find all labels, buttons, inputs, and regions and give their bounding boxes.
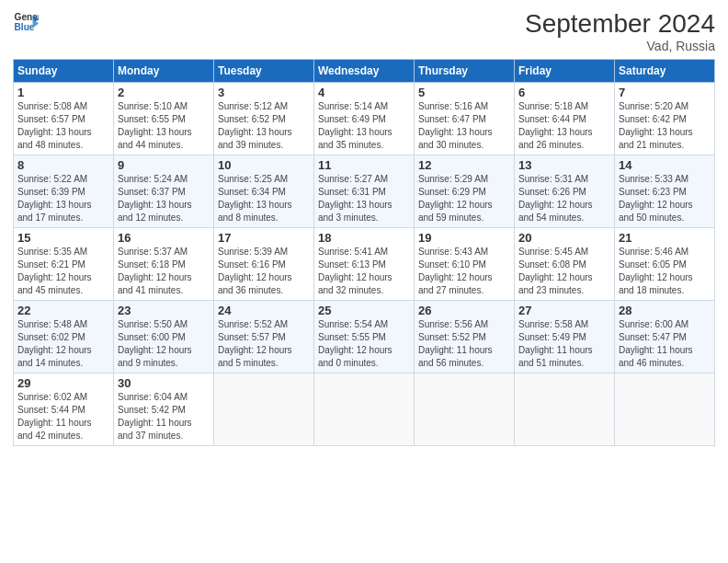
day-info: Sunrise: 5:41 AM Sunset: 6:13 PM Dayligh… — [318, 246, 410, 297]
day-number: 7 — [619, 86, 711, 99]
calendar-cell: 28Sunrise: 6:00 AM Sunset: 5:47 PM Dayli… — [615, 301, 715, 373]
day-number: 22 — [17, 304, 109, 317]
day-info: Sunrise: 5:29 AM Sunset: 6:29 PM Dayligh… — [418, 173, 510, 224]
calendar-cell — [515, 373, 615, 446]
day-number: 19 — [418, 231, 510, 245]
calendar-cell — [415, 373, 515, 446]
calendar-cell: 2Sunrise: 5:10 AM Sunset: 6:55 PM Daylig… — [114, 83, 214, 155]
day-number: 21 — [619, 231, 711, 245]
day-number: 13 — [518, 158, 610, 172]
calendar-cell: 1Sunrise: 5:08 AM Sunset: 6:57 PM Daylig… — [14, 83, 114, 155]
day-info: Sunrise: 5:31 AM Sunset: 6:26 PM Dayligh… — [518, 173, 610, 224]
day-info: Sunrise: 5:46 AM Sunset: 6:05 PM Dayligh… — [619, 246, 711, 297]
calendar-cell: 17Sunrise: 5:39 AM Sunset: 6:16 PM Dayli… — [214, 228, 314, 301]
day-number: 16 — [118, 231, 210, 245]
calendar-cell: 11Sunrise: 5:27 AM Sunset: 6:31 PM Dayli… — [314, 155, 415, 228]
day-header-thursday: Thursday — [415, 60, 515, 83]
day-number: 30 — [118, 376, 210, 390]
day-number: 1 — [17, 86, 109, 99]
day-info: Sunrise: 5:48 AM Sunset: 6:02 PM Dayligh… — [17, 318, 109, 370]
day-number: 5 — [418, 86, 510, 99]
day-info: Sunrise: 5:39 AM Sunset: 6:16 PM Dayligh… — [218, 246, 310, 297]
page-container: General Blue September 2024 Vad, Russia … — [0, 0, 728, 454]
calendar-cell: 13Sunrise: 5:31 AM Sunset: 6:26 PM Dayli… — [515, 155, 615, 228]
day-number: 3 — [218, 86, 310, 99]
day-number: 26 — [418, 304, 510, 317]
day-number: 25 — [318, 304, 410, 317]
day-info: Sunrise: 5:54 AM Sunset: 5:55 PM Dayligh… — [318, 318, 410, 370]
calendar-cell: 25Sunrise: 5:54 AM Sunset: 5:55 PM Dayli… — [314, 301, 415, 373]
day-info: Sunrise: 5:35 AM Sunset: 6:21 PM Dayligh… — [17, 246, 109, 297]
day-number: 24 — [218, 304, 310, 317]
month-title: September 2024 — [525, 9, 715, 39]
day-info: Sunrise: 5:20 AM Sunset: 6:42 PM Dayligh… — [619, 100, 711, 152]
day-info: Sunrise: 5:22 AM Sunset: 6:39 PM Dayligh… — [17, 173, 109, 224]
day-info: Sunrise: 5:25 AM Sunset: 6:34 PM Dayligh… — [218, 173, 310, 224]
day-info: Sunrise: 5:33 AM Sunset: 6:23 PM Dayligh… — [619, 173, 711, 224]
calendar-cell: 14Sunrise: 5:33 AM Sunset: 6:23 PM Dayli… — [615, 155, 715, 228]
calendar-cell: 29Sunrise: 6:02 AM Sunset: 5:44 PM Dayli… — [14, 373, 114, 446]
svg-text:Blue: Blue — [15, 22, 35, 32]
calendar-cell: 6Sunrise: 5:18 AM Sunset: 6:44 PM Daylig… — [515, 83, 615, 155]
day-header-sunday: Sunday — [14, 60, 114, 83]
day-number: 28 — [619, 304, 711, 317]
day-info: Sunrise: 5:43 AM Sunset: 6:10 PM Dayligh… — [418, 246, 510, 297]
day-number: 29 — [17, 376, 109, 390]
day-number: 10 — [218, 158, 310, 172]
day-number: 8 — [17, 158, 109, 172]
day-header-tuesday: Tuesday — [214, 60, 314, 83]
calendar-cell: 7Sunrise: 5:20 AM Sunset: 6:42 PM Daylig… — [615, 83, 715, 155]
day-header-wednesday: Wednesday — [314, 60, 415, 83]
day-info: Sunrise: 5:10 AM Sunset: 6:55 PM Dayligh… — [118, 100, 210, 152]
week-row-3: 15Sunrise: 5:35 AM Sunset: 6:21 PM Dayli… — [14, 228, 715, 301]
day-number: 27 — [518, 304, 610, 317]
day-header-friday: Friday — [515, 60, 615, 83]
calendar-cell: 4Sunrise: 5:14 AM Sunset: 6:49 PM Daylig… — [314, 83, 415, 155]
day-header-monday: Monday — [114, 60, 214, 83]
logo-icon: General Blue — [13, 9, 39, 35]
day-number: 9 — [118, 158, 210, 172]
title-block: September 2024 Vad, Russia — [525, 9, 715, 53]
location: Vad, Russia — [525, 39, 715, 53]
calendar-cell: 19Sunrise: 5:43 AM Sunset: 6:10 PM Dayli… — [415, 228, 515, 301]
day-header-saturday: Saturday — [615, 60, 715, 83]
day-info: Sunrise: 5:50 AM Sunset: 6:00 PM Dayligh… — [118, 318, 210, 370]
day-number: 18 — [318, 231, 410, 245]
week-row-2: 8Sunrise: 5:22 AM Sunset: 6:39 PM Daylig… — [14, 155, 715, 228]
calendar-cell: 23Sunrise: 5:50 AM Sunset: 6:00 PM Dayli… — [114, 301, 214, 373]
day-number: 6 — [518, 86, 610, 99]
calendar-cell: 10Sunrise: 5:25 AM Sunset: 6:34 PM Dayli… — [214, 155, 314, 228]
day-info: Sunrise: 5:12 AM Sunset: 6:52 PM Dayligh… — [218, 100, 310, 152]
logo: General Blue — [13, 9, 39, 35]
week-row-4: 22Sunrise: 5:48 AM Sunset: 6:02 PM Dayli… — [14, 301, 715, 373]
day-number: 12 — [418, 158, 510, 172]
calendar-cell: 21Sunrise: 5:46 AM Sunset: 6:05 PM Dayli… — [615, 228, 715, 301]
calendar-cell: 24Sunrise: 5:52 AM Sunset: 5:57 PM Dayli… — [214, 301, 314, 373]
calendar-cell: 3Sunrise: 5:12 AM Sunset: 6:52 PM Daylig… — [214, 83, 314, 155]
calendar-table: SundayMondayTuesdayWednesdayThursdayFrid… — [13, 59, 715, 446]
calendar-cell: 12Sunrise: 5:29 AM Sunset: 6:29 PM Dayli… — [415, 155, 515, 228]
calendar-cell — [615, 373, 715, 446]
day-number: 20 — [518, 231, 610, 245]
day-info: Sunrise: 5:14 AM Sunset: 6:49 PM Dayligh… — [318, 100, 410, 152]
day-number: 2 — [118, 86, 210, 99]
day-info: Sunrise: 6:04 AM Sunset: 5:42 PM Dayligh… — [118, 391, 210, 442]
calendar-cell: 18Sunrise: 5:41 AM Sunset: 6:13 PM Dayli… — [314, 228, 415, 301]
day-info: Sunrise: 6:00 AM Sunset: 5:47 PM Dayligh… — [619, 318, 711, 370]
day-info: Sunrise: 5:56 AM Sunset: 5:52 PM Dayligh… — [418, 318, 510, 370]
header-row: SundayMondayTuesdayWednesdayThursdayFrid… — [14, 60, 715, 83]
day-info: Sunrise: 5:45 AM Sunset: 6:08 PM Dayligh… — [518, 246, 610, 297]
calendar-cell: 8Sunrise: 5:22 AM Sunset: 6:39 PM Daylig… — [14, 155, 114, 228]
day-number: 17 — [218, 231, 310, 245]
week-row-1: 1Sunrise: 5:08 AM Sunset: 6:57 PM Daylig… — [14, 83, 715, 155]
calendar-cell: 5Sunrise: 5:16 AM Sunset: 6:47 PM Daylig… — [415, 83, 515, 155]
day-number: 23 — [118, 304, 210, 317]
week-row-5: 29Sunrise: 6:02 AM Sunset: 5:44 PM Dayli… — [14, 373, 715, 446]
day-info: Sunrise: 5:27 AM Sunset: 6:31 PM Dayligh… — [318, 173, 410, 224]
day-info: Sunrise: 5:37 AM Sunset: 6:18 PM Dayligh… — [118, 246, 210, 297]
day-number: 11 — [318, 158, 410, 172]
day-info: Sunrise: 5:24 AM Sunset: 6:37 PM Dayligh… — [118, 173, 210, 224]
calendar-cell: 30Sunrise: 6:04 AM Sunset: 5:42 PM Dayli… — [114, 373, 214, 446]
calendar-cell: 27Sunrise: 5:58 AM Sunset: 5:49 PM Dayli… — [515, 301, 615, 373]
day-number: 15 — [17, 231, 109, 245]
